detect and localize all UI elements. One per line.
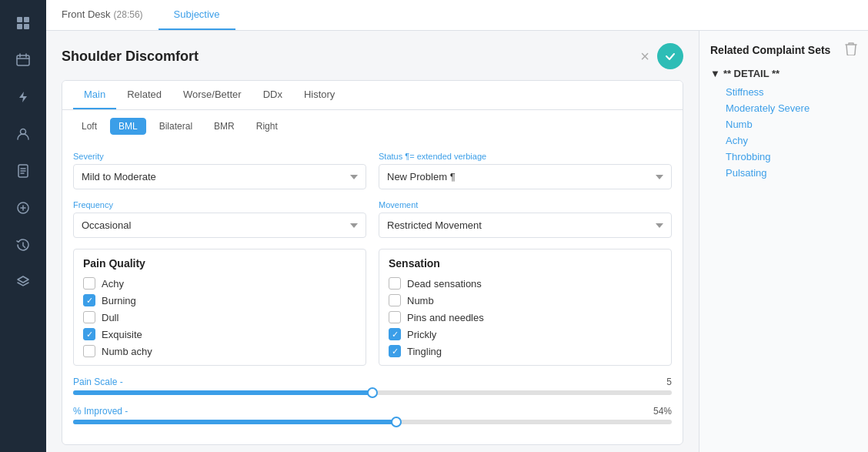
complaint-item-stiffness[interactable]: Stiffness bbox=[710, 84, 857, 100]
sensation-title: Sensation bbox=[389, 257, 662, 270]
complaint-item-moderately-severe[interactable]: Moderately Severe bbox=[710, 100, 857, 116]
complaint-item-pulsating[interactable]: Pulsating bbox=[710, 165, 857, 181]
sidebar bbox=[0, 0, 46, 452]
form-panel: Shoulder Discomfort × Main Related Worse… bbox=[46, 31, 699, 452]
improved-thumb[interactable] bbox=[391, 417, 402, 427]
burning-checkbox[interactable]: ✓ bbox=[83, 294, 95, 306]
detail-header[interactable]: ▼ ** DETAIL ** bbox=[710, 68, 857, 79]
plug-icon[interactable] bbox=[8, 193, 38, 223]
tab-history[interactable]: History bbox=[293, 81, 346, 109]
improved-value: 54% bbox=[653, 406, 672, 417]
pain-scale-thumb[interactable] bbox=[367, 387, 378, 398]
history-icon[interactable] bbox=[8, 229, 38, 260]
pain-scale-fill bbox=[73, 390, 372, 395]
pain-quality-section: Pain Quality Achy ✓ Burning bbox=[73, 249, 366, 366]
severity-select[interactable]: Mild to Moderate bbox=[73, 164, 366, 189]
svg-rect-0 bbox=[17, 17, 22, 22]
slider-section: Pain Scale - 5 % Improved - 54% bbox=[73, 377, 672, 424]
pain-quality-list: Achy ✓ Burning Dull bbox=[83, 277, 356, 357]
close-button[interactable]: × bbox=[640, 48, 649, 65]
list-item: Achy bbox=[83, 277, 356, 290]
btn-right[interactable]: Right bbox=[248, 118, 286, 135]
list-item: Pins and needles bbox=[389, 311, 662, 323]
list-item: Dead sensations bbox=[389, 277, 662, 290]
document-icon[interactable] bbox=[8, 156, 38, 186]
improved-track[interactable] bbox=[73, 420, 672, 424]
complaint-item-numb[interactable]: Numb bbox=[710, 116, 857, 132]
pins-needles-checkbox[interactable] bbox=[389, 311, 401, 323]
sensation-list: Dead sensations Numb Pins and needles bbox=[389, 277, 662, 357]
list-item: ✓ Exquisite bbox=[83, 328, 356, 340]
list-item: ✓ Prickly bbox=[389, 328, 662, 340]
frequency-label: Frequency bbox=[73, 200, 366, 209]
tab-ddx[interactable]: DDx bbox=[252, 81, 293, 109]
improved-fill bbox=[73, 420, 396, 424]
save-button[interactable] bbox=[657, 43, 683, 69]
page-title: Shoulder Discomfort bbox=[62, 49, 199, 65]
achy-checkbox[interactable] bbox=[83, 277, 95, 290]
svg-rect-2 bbox=[17, 24, 22, 29]
movement-label: Movement bbox=[379, 200, 672, 209]
dead-sensations-checkbox[interactable] bbox=[389, 277, 401, 290]
movement-group: Movement Restricted Movement bbox=[379, 200, 672, 238]
frequency-select[interactable]: Occasional bbox=[73, 213, 366, 238]
pain-scale-value: 5 bbox=[666, 377, 672, 387]
list-item: Numb bbox=[389, 294, 662, 306]
main-content: Front Desk (28:56) Subjective Shoulder D… bbox=[46, 0, 868, 452]
btn-bml[interactable]: BML bbox=[110, 118, 146, 135]
tabs-bar: Front Desk (28:56) Subjective bbox=[46, 0, 868, 31]
numb-achy-checkbox[interactable] bbox=[83, 345, 95, 357]
complaint-item-throbbing[interactable]: Throbbing bbox=[710, 149, 857, 165]
row-severity-status: Severity Mild to Moderate Status ¶= exte… bbox=[73, 152, 672, 189]
tingling-checkbox[interactable]: ✓ bbox=[389, 345, 401, 357]
person-icon[interactable] bbox=[8, 119, 38, 149]
exquisite-checkbox[interactable]: ✓ bbox=[83, 328, 95, 340]
trash-button[interactable] bbox=[845, 42, 857, 59]
lightning-icon[interactable] bbox=[8, 82, 38, 112]
tab-worse-better[interactable]: Worse/Better bbox=[172, 81, 252, 109]
list-item: Numb achy bbox=[83, 345, 356, 357]
svg-rect-4 bbox=[17, 55, 29, 65]
severity-label: Severity bbox=[73, 152, 366, 161]
btn-loft[interactable]: Loft bbox=[73, 118, 105, 135]
improved-label: % Improved - bbox=[73, 406, 128, 417]
pain-quality-title: Pain Quality bbox=[83, 257, 356, 270]
tab-related[interactable]: Related bbox=[116, 81, 172, 109]
movement-select[interactable]: Restricted Movement bbox=[379, 213, 672, 238]
side-buttons: Loft BML Bilateral BMR Right bbox=[62, 110, 683, 142]
status-label: Status ¶= extended verbiage bbox=[379, 152, 672, 161]
tab-main[interactable]: Main bbox=[73, 81, 116, 109]
title-actions: × bbox=[640, 43, 683, 69]
status-group: Status ¶= extended verbiage New Problem … bbox=[379, 152, 672, 189]
prickly-checkbox[interactable]: ✓ bbox=[389, 328, 401, 340]
inner-card: Main Related Worse/Better DDx History Lo… bbox=[62, 80, 683, 445]
svg-rect-1 bbox=[24, 17, 29, 22]
severity-group: Severity Mild to Moderate bbox=[73, 152, 366, 189]
row-frequency-movement: Frequency Occasional Movement Restricted… bbox=[73, 200, 672, 238]
grid-icon[interactable] bbox=[8, 8, 38, 39]
complaint-set: ▼ ** DETAIL ** Stiffness Moderately Seve… bbox=[710, 68, 857, 181]
form-content: Severity Mild to Moderate Status ¶= exte… bbox=[62, 142, 683, 444]
improved-label-row: % Improved - 54% bbox=[73, 406, 672, 417]
pain-scale-label: Pain Scale - bbox=[73, 377, 123, 387]
tab-front-desk[interactable]: Front Desk (28:56) bbox=[46, 0, 159, 30]
numb-checkbox[interactable] bbox=[389, 294, 401, 306]
calendar-icon[interactable] bbox=[8, 45, 38, 75]
layers-icon[interactable] bbox=[8, 266, 38, 297]
tab-subjective[interactable]: Subjective bbox=[159, 0, 235, 30]
pain-scale-track[interactable] bbox=[73, 390, 672, 395]
right-panel-title: Related Complaint Sets bbox=[710, 42, 857, 59]
complaint-item-achy[interactable]: Achy bbox=[710, 132, 857, 149]
sub-tabs: Main Related Worse/Better DDx History bbox=[62, 81, 683, 110]
status-select[interactable]: New Problem ¶ bbox=[379, 164, 672, 189]
btn-bmr[interactable]: BMR bbox=[205, 118, 243, 135]
body-area: Shoulder Discomfort × Main Related Worse… bbox=[46, 31, 868, 452]
svg-rect-3 bbox=[24, 24, 29, 29]
pain-scale-label-row: Pain Scale - 5 bbox=[73, 377, 672, 387]
quality-sensation-row: Pain Quality Achy ✓ Burning bbox=[73, 249, 672, 366]
btn-bilateral[interactable]: Bilateral bbox=[151, 118, 201, 135]
list-item: Dull bbox=[83, 311, 356, 323]
form-title-bar: Shoulder Discomfort × bbox=[62, 43, 683, 69]
dull-checkbox[interactable] bbox=[83, 311, 95, 323]
right-panel: Related Complaint Sets ▼ ** DETAIL ** St… bbox=[699, 31, 868, 452]
